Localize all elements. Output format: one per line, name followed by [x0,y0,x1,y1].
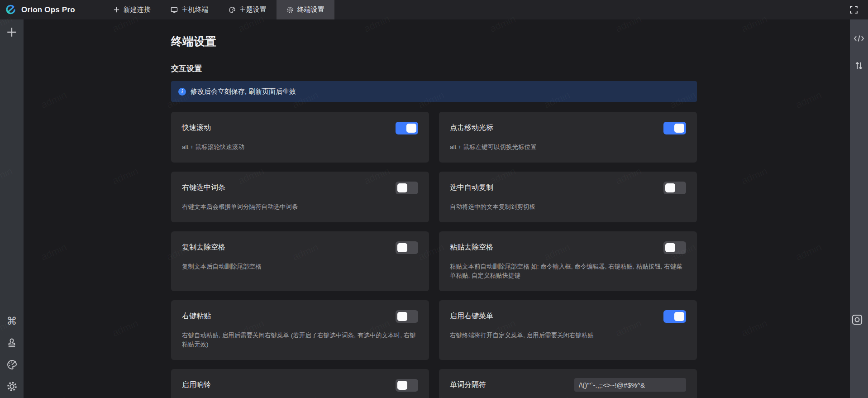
setting-card: 单词分隔符 [439,369,697,398]
setting-card: 快速滚动alt + 鼠标滚轮快速滚动 [171,112,429,163]
new-connection-icon[interactable] [4,24,20,40]
setting-title: 启用右键菜单 [450,311,493,321]
left-sidebar: ⌘ [0,19,24,398]
word-separator-input[interactable] [574,378,686,392]
tab-label: 终端设置 [297,5,324,14]
palette-icon[interactable] [4,356,20,373]
setting-title: 点击移动光标 [450,123,493,133]
nav-tabs: 新建连接主机终端主题设置终端设置 [103,0,334,19]
setting-desc: 粘贴文本前自动删除尾部空格 如: 命令输入框, 命令编辑器, 右键粘贴, 粘贴按… [450,262,685,280]
setting-title: 右键粘贴 [182,311,211,321]
info-icon: i [178,88,186,96]
toggle-switch[interactable] [396,379,418,392]
settings-grid: 快速滚动alt + 鼠标滚轮快速滚动点击移动光标alt + 鼠标左键可以切换光标… [171,112,697,398]
setting-card: 选中自动复制自动将选中的文本复制到剪切板 [439,172,697,222]
toggle-switch[interactable] [663,241,686,254]
switch-knob [397,381,407,390]
setting-title: 右键选中词条 [182,182,225,192]
switch-knob [397,183,407,192]
setting-card: 右键粘贴右键自动粘贴, 启用后需要关闭右键菜单 (若开启了右键选中词条, 有选中… [171,300,429,360]
toggle-switch[interactable] [396,182,418,194]
gear-icon [286,6,294,14]
toggle-switch[interactable] [663,122,686,134]
setting-desc: 复制文本后自动删除尾部空格 [182,262,417,271]
switch-knob [665,183,675,192]
tab-4[interactable]: 终端设置 [277,0,334,19]
toggle-switch[interactable] [396,122,418,134]
tab-label: 主机终端 [181,5,209,14]
setting-card: 粘贴去除空格粘贴文本前自动删除尾部空格 如: 命令输入框, 命令编辑器, 右键粘… [439,231,697,291]
tab-2[interactable]: 主机终端 [161,0,219,19]
command-icon[interactable]: ⌘ [4,313,20,329]
setting-title: 复制去除空格 [182,242,225,252]
sort-arrows-icon[interactable] [851,58,867,74]
app-logo-icon [5,4,17,16]
switch-knob [397,243,407,252]
tab-3[interactable]: 主题设置 [219,0,277,19]
brand: Orion Ops Pro [0,0,81,19]
toggle-switch[interactable] [396,310,418,323]
switch-knob [674,312,684,321]
fullscreen-icon[interactable] [849,5,858,14]
app-title: Orion Ops Pro [21,5,75,14]
setting-card: 复制去除空格复制文本后自动删除尾部空格 [171,231,429,291]
setting-desc: alt + 鼠标左键可以切换光标位置 [450,143,685,152]
main-panel: 终端设置 交互设置 i 修改后会立刻保存, 刷新页面后生效 快速滚动alt + … [24,19,850,398]
setting-card: 启用右键菜单右键终端将打开自定义菜单, 启用后需要关闭右键粘贴 [439,300,697,360]
toggle-switch[interactable] [396,241,418,254]
setting-card: 启用响铃系统接收到 \a 时发出响铃 (一般不用开启) [171,369,429,398]
setting-title: 启用响铃 [182,380,211,390]
setting-card: 点击移动光标alt + 鼠标左键可以切换光标位置 [439,112,697,163]
top-bar: Orion Ops Pro 新建连接主机终端主题设置终端设置 [0,0,868,19]
plus-icon [113,6,120,13]
setting-title: 粘贴去除空格 [450,242,493,252]
setting-title: 快速滚动 [182,123,211,133]
info-banner: i 修改后会立刻保存, 刷新页面后生效 [171,81,697,102]
switch-knob [406,124,416,133]
setting-desc: 右键文本后会根据单词分隔符自动选中词条 [182,202,417,211]
toggle-switch[interactable] [663,310,686,323]
setting-title: 选中自动复制 [450,182,493,192]
monitor-icon [171,6,178,14]
tab-1[interactable]: 新建连接 [103,0,161,19]
code-icon[interactable] [851,30,867,47]
tab-label: 新建连接 [124,5,151,14]
setting-card: 右键选中词条右键文本后会根据单词分隔符自动选中词条 [171,172,429,222]
setting-desc: 自动将选中的文本复制到剪切板 [450,202,685,211]
switch-knob [397,312,407,321]
page-title: 终端设置 [171,34,697,49]
info-banner-text: 修改后会立刻保存, 刷新页面后生效 [191,87,296,96]
setting-title: 单词分隔符 [450,380,486,390]
setting-desc: alt + 鼠标滚轮快速滚动 [182,143,417,152]
screenshot-icon[interactable] [849,312,865,328]
palette-icon [229,6,236,14]
tab-label: 主题设置 [239,5,267,14]
right-sidebar [850,19,868,398]
gear-icon[interactable] [4,378,20,394]
switch-knob [674,124,684,133]
section-title: 交互设置 [171,63,697,74]
setting-desc: 右键终端将打开自定义菜单, 启用后需要关闭右键粘贴 [450,331,685,340]
user-stamp-icon[interactable] [4,335,20,351]
toggle-switch[interactable] [663,182,686,194]
setting-desc: 右键自动粘贴, 启用后需要关闭右键菜单 (若开启了右键选中词条, 有选中的文本时… [182,331,417,349]
switch-knob [665,243,675,252]
